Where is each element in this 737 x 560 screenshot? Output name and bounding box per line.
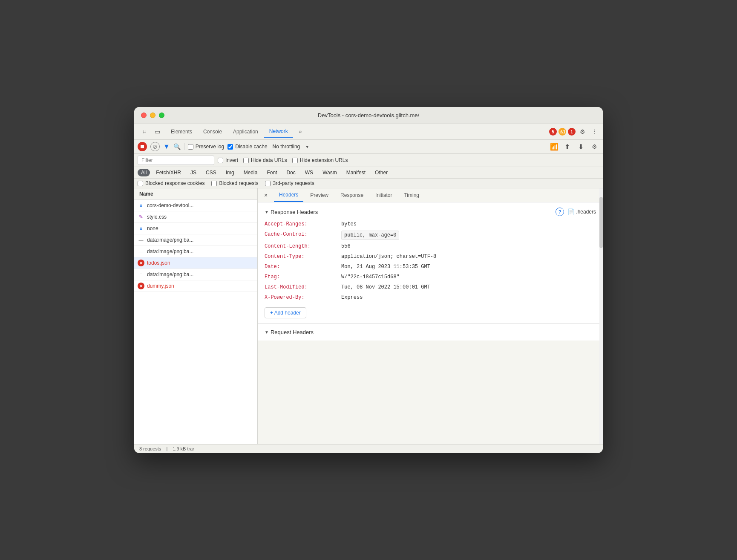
headers-file-link[interactable]: 📄 .headers [567,208,596,215]
tab-network[interactable]: Network [264,126,293,138]
file-name-5: data:image/png;ba... [147,248,193,254]
filter-icon[interactable]: ▼ [163,143,170,150]
tab-console[interactable]: Console [198,126,227,137]
wifi-icon[interactable]: 📶 [550,143,559,151]
blocked-requests-label[interactable]: Blocked requests [211,180,258,186]
hide-data-urls-checkbox[interactable] [243,158,249,163]
request-headers-section: Request Headers [258,323,603,341]
scrollbar-thumb[interactable] [599,197,603,248]
info-badge[interactable]: 1 [568,128,576,136]
header-name-7: X-Powered-By: [265,294,341,301]
detail-tabs: × Headers Preview Response Initiator Tim… [258,188,603,202]
tab-timing[interactable]: Timing [399,189,424,202]
headers-content: Response Headers ? 📄 .headers Accept-Ran… [258,202,603,323]
help-icon[interactable]: ? [556,208,564,216]
tab-response[interactable]: Response [335,189,368,202]
response-headers-title: Response Headers [265,209,318,215]
header-row-3: Content-Type: application/json; charset=… [265,253,596,260]
file-item-7[interactable]: □ data:image/png;ba... [134,269,257,280]
section-actions: ? 📄 .headers [556,208,596,216]
file-item-8[interactable]: ✕ dummy.json [134,280,257,292]
stop-recording-button[interactable] [138,142,147,151]
type-btn-css[interactable]: CSS [202,169,220,176]
filter-row: Invert Hide data URLs Hide extension URL… [134,154,603,167]
file-list-header: Name [134,188,257,200]
error-badge[interactable]: 5 [549,128,557,136]
blocked-cookies-label[interactable]: Blocked response cookies [138,180,204,186]
type-btn-other[interactable]: Other [371,169,391,176]
type-btn-manifest[interactable]: Manifest [343,169,369,176]
tab-headers[interactable]: Headers [274,188,303,202]
preserve-log-label[interactable]: Preserve log [188,144,224,150]
file-item-2[interactable]: ✎ style.css [134,211,257,223]
tab-application[interactable]: Application [228,126,263,137]
inspect-icon[interactable]: ⌗ [139,127,150,137]
file-name-1: cors-demo-devtool... [147,202,193,208]
type-btn-fetch[interactable]: Fetch/XHR [153,169,184,176]
header-value-0: bytes [341,220,357,228]
file-name-8: dummy.json [147,283,174,289]
close-button[interactable] [141,113,147,118]
scrollbar-track[interactable] [599,188,603,444]
stop-icon [141,145,144,148]
third-party-label[interactable]: 3rd-party requests [265,180,314,186]
file-item-5[interactable]: — data:image/png;ba... [134,246,257,257]
warning-badge[interactable]: ⚠ 1 [559,128,566,136]
preserve-log-checkbox[interactable] [188,144,193,150]
search-icon[interactable]: 🔍 [173,143,181,150]
upload-icon[interactable]: ⬆ [562,141,572,152]
clear-button[interactable]: ⊘ [150,142,160,151]
file-list: Name ≡ cors-demo-devtool... ✎ style.css … [134,188,258,444]
type-btn-ws[interactable]: WS [302,169,317,176]
network-settings-icon[interactable]: ⚙ [589,141,599,152]
hide-data-urls-label[interactable]: Hide data URLs [243,157,287,163]
hide-extension-label[interactable]: Hide extension URLs [292,157,348,163]
invert-checkbox[interactable] [218,158,223,163]
header-value-3: application/json; charset=UTF-8 [341,253,436,260]
header-row-1: Cache-Control: public, max-age=0 [265,231,596,240]
type-btn-doc[interactable]: Doc [283,169,299,176]
css-icon-2: ✎ [138,214,144,220]
tab-elements[interactable]: Elements [166,126,197,137]
img-icon-4: — [138,237,144,243]
file-item-4[interactable]: — data:image/png;ba... [134,234,257,246]
type-btn-img[interactable]: Img [222,169,238,176]
type-btn-media[interactable]: Media [240,169,261,176]
device-icon[interactable]: ▭ [152,127,162,137]
download-icon[interactable]: ⬇ [576,141,586,152]
header-name-1: Cache-Control: [265,231,341,240]
file-item-1[interactable]: ≡ cors-demo-devtool... [134,200,257,211]
tab-more[interactable]: » [294,126,307,137]
type-btn-wasm[interactable]: Wasm [319,169,340,176]
third-party-checkbox[interactable] [265,181,271,186]
doc-icon-1: ≡ [138,202,144,209]
blocked-cookies-checkbox[interactable] [138,181,143,186]
tab-preview[interactable]: Preview [305,189,334,202]
file-item-6[interactable]: ✕ todos.json [134,257,257,269]
header-name-3: Content-Type: [265,253,341,260]
header-name-5: Etag: [265,273,341,281]
close-detail-button[interactable]: × [261,191,271,200]
type-btn-all[interactable]: All [138,169,150,176]
disable-cache-label[interactable]: Disable cache [227,144,267,150]
tab-initiator[interactable]: Initiator [370,189,397,202]
more-options-icon[interactable]: ⋮ [589,127,599,137]
type-btn-js[interactable]: JS [187,169,200,176]
devtools-window: DevTools - cors-demo-devtools.glitch.me/… [134,107,603,453]
blocked-requests-checkbox[interactable] [211,181,217,186]
hide-extension-checkbox[interactable] [292,158,298,163]
type-btn-font[interactable]: Font [263,169,280,176]
invert-label[interactable]: Invert [218,157,238,163]
disable-cache-checkbox[interactable] [227,144,233,150]
img-icon-5: — [138,248,144,255]
throttle-arrow-icon[interactable]: ▼ [305,144,309,149]
add-header-button[interactable]: + Add header [265,307,306,318]
header-row-6: Last-Modified: Tue, 08 Nov 2022 15:00:01… [265,283,596,291]
filter-input[interactable] [138,156,214,165]
minimize-button[interactable] [150,113,155,118]
file-item-3[interactable]: ≡ none [134,223,257,234]
maximize-button[interactable] [159,113,164,118]
settings-icon[interactable]: ⚙ [577,127,587,137]
request-headers-title: Request Headers [265,329,596,335]
throttle-select[interactable]: No throttling [271,143,302,150]
